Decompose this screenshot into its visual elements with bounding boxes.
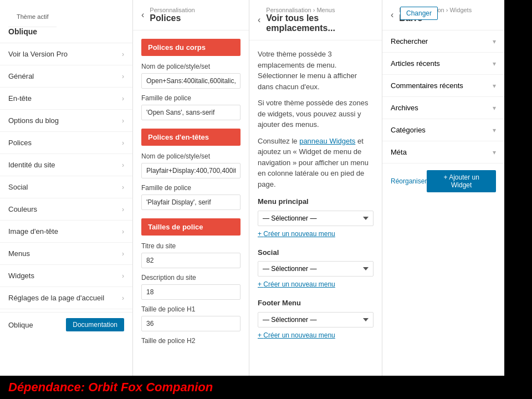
create-menu-link-2[interactable]: Créer un nouveau menu <box>258 279 374 289</box>
sidebar-item-widgets[interactable]: Widgets › <box>0 265 132 287</box>
chevron-right-icon: › <box>122 50 124 58</box>
back-arrow-icon[interactable]: ‹ <box>141 10 144 20</box>
sidebar-item-image-entete[interactable]: Image d'en-tête › <box>0 221 132 243</box>
chevron-right-icon: › <box>122 228 124 236</box>
polices-title: Polices <box>150 13 195 23</box>
field-label-corps-famille: Famille de police <box>141 94 241 102</box>
sidebar-item-page-accueil[interactable]: Réglages de la page d'accueil › <box>0 287 132 309</box>
menus-breadcrumb: Personnalisation › Menus <box>266 7 374 13</box>
polices-panel: ‹ Personnalisation Polices Polices du co… <box>133 0 249 376</box>
footer-theme-name: Oblique <box>8 321 33 329</box>
create-menu-link-1[interactable]: Créer un nouveau menu <box>258 229 374 239</box>
field-label-titre-site: Titre du site <box>141 242 241 250</box>
h1-input[interactable] <box>141 316 241 331</box>
chevron-right-icon: › <box>122 73 124 80</box>
field-label-entetes-nom: Nom de police/style/set <box>141 152 241 160</box>
widgets-panel: ‹ Personnalisation › Widgets Barre Reche… <box>382 0 504 376</box>
field-label-h2: Taille de police H2 <box>141 337 241 345</box>
sidebar-item-general[interactable]: Général › <box>0 65 132 88</box>
chevron-down-icon: ▾ <box>493 126 496 134</box>
titre-site-input[interactable] <box>141 253 241 268</box>
back-widgets-icon[interactable]: ‹ <box>391 10 393 20</box>
sidebar-item-entete[interactable]: En-tête › <box>0 88 132 110</box>
sidebar-item-identite[interactable]: Identité du site › <box>0 154 132 176</box>
section-entetes-title: Polices d'en-têtes <box>141 129 241 146</box>
dependency-bar: Dépendance: Orbit Fox Companion <box>0 376 532 399</box>
chevron-down-icon: ▾ <box>493 60 496 68</box>
menu-footer-select[interactable]: — Sélectionner — <box>258 312 374 328</box>
chevron-right-icon: › <box>122 206 124 213</box>
theme-name: Oblique <box>8 27 57 36</box>
field-label-description-site: Description du site <box>141 274 241 282</box>
section-corps-title: Polices du corps <box>141 39 241 56</box>
menu-group-social: Social — Sélectionner — Créer un nouveau… <box>258 247 374 290</box>
menus-panel-header: ‹ Personnalisation › Menus Voir tous les… <box>249 0 382 40</box>
sidebar-item-blog-options[interactable]: Options du blog › <box>0 110 132 132</box>
widgets-list: Rechercher ▾ Articles récents ▾ Commenta… <box>382 30 504 163</box>
chevron-down-icon: ▾ <box>493 149 496 156</box>
field-label-entetes-famille: Famille de police <box>141 184 241 192</box>
widget-commentaires-recents[interactable]: Commentaires récents ▾ <box>382 75 504 97</box>
chevron-right-icon: › <box>122 95 124 103</box>
sidebar-menu-list: Voir la Version Pro › Général › En-tête … <box>0 43 132 309</box>
entetes-famille-input[interactable] <box>141 195 241 210</box>
sidebar-item-pro[interactable]: Voir la Version Pro › <box>0 43 132 65</box>
back-menus-icon[interactable]: ‹ <box>258 15 260 25</box>
section-tailles-title: Tailles de police <box>141 218 241 236</box>
menus-content: Votre thème possède 3 emplacements de me… <box>249 40 382 357</box>
sidebar-item-polices[interactable]: Polices › <box>0 132 132 154</box>
widget-articles-recents[interactable]: Articles récents ▾ <box>382 53 504 75</box>
sidebar-item-couleurs[interactable]: Couleurs › <box>0 198 132 221</box>
sidebar-header: Thème actif Oblique Changer <box>0 0 132 43</box>
description-site-input[interactable] <box>141 284 241 300</box>
chevron-right-icon: › <box>122 139 124 147</box>
menu-principal-label: Menu principal <box>258 196 374 207</box>
menus-desc1: Votre thème possède 3 emplacements de me… <box>258 49 374 92</box>
theme-active-label: Thème actif <box>8 7 57 27</box>
menu-group-principal: Menu principal — Sélectionner — Créer un… <box>258 196 374 239</box>
menu-social-select[interactable]: — Sélectionner — <box>258 261 374 277</box>
widget-actions-bar: Réorganiser + Ajouter un Widget <box>382 163 504 199</box>
widget-categories[interactable]: Catégories ▾ <box>382 119 504 141</box>
chevron-down-icon: ▾ <box>493 38 496 45</box>
reorganize-link[interactable]: Réorganiser <box>391 177 427 185</box>
menu-footer-label: Footer Menu <box>258 298 374 309</box>
sidebar-item-social[interactable]: Social › <box>0 176 132 198</box>
sidebar-footer: Oblique Documentation <box>0 312 132 337</box>
chevron-right-icon: › <box>122 294 124 302</box>
menu-group-footer: Footer Menu — Sélectionner — Créer un no… <box>258 298 374 340</box>
menus-panel: ‹ Personnalisation › Menus Voir tous les… <box>249 0 382 376</box>
chevron-down-icon: ▾ <box>493 82 496 90</box>
chevron-right-icon: › <box>122 161 124 169</box>
theme-sidebar: Thème actif Oblique Changer Voir la Vers… <box>0 0 133 376</box>
menus-desc3: Consultez le panneau Widgets et ajoutez … <box>258 136 374 190</box>
dependency-text: Dépendance: Orbit Fox Companion <box>8 380 213 394</box>
polices-breadcrumb: Personnalisation <box>150 7 195 13</box>
add-widget-button[interactable]: + Ajouter un Widget <box>427 170 496 192</box>
polices-content: Polices du corps Nom de police/style/set… <box>133 30 249 356</box>
chevron-right-icon: › <box>122 272 124 280</box>
widget-archives[interactable]: Archives ▾ <box>382 97 504 119</box>
menu-principal-select[interactable]: — Sélectionner — <box>258 211 374 226</box>
widgets-link[interactable]: panneau Widgets <box>299 137 355 145</box>
create-menu-link-3[interactable]: Créer un nouveau menu <box>258 330 374 340</box>
chevron-down-icon: ▾ <box>493 104 496 112</box>
field-label-h1: Taille de police H1 <box>141 305 241 313</box>
chevron-right-icon: › <box>122 117 124 125</box>
widget-meta[interactable]: Méta ▾ <box>382 141 504 163</box>
chevron-right-icon: › <box>122 250 124 258</box>
corps-nom-input[interactable] <box>141 73 241 89</box>
widget-rechercher[interactable]: Rechercher ▾ <box>382 30 504 53</box>
chevron-right-icon: › <box>122 183 124 191</box>
entetes-nom-input[interactable] <box>141 163 241 178</box>
corps-famille-input[interactable] <box>141 105 241 120</box>
menu-social-label: Social <box>258 247 374 258</box>
documentation-button[interactable]: Documentation <box>66 318 124 331</box>
polices-panel-header: ‹ Personnalisation Polices <box>133 0 249 30</box>
field-label-corps-nom: Nom de police/style/set <box>141 63 241 70</box>
menus-title: Voir tous les emplacements... <box>266 13 374 33</box>
sidebar-item-menus[interactable]: Menus › <box>0 243 132 265</box>
menus-desc2: Si votre thème possède des zones de widg… <box>258 98 374 130</box>
